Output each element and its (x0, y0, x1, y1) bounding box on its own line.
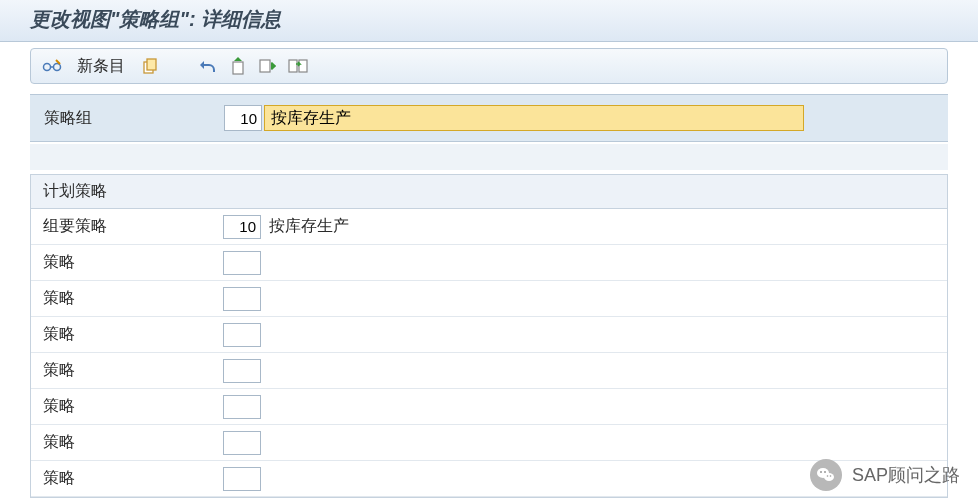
new-entry-button[interactable]: 新条目 (77, 56, 125, 77)
svg-rect-3 (147, 59, 156, 70)
svg-point-13 (830, 475, 832, 477)
wechat-icon (810, 459, 842, 491)
svg-point-1 (54, 64, 61, 71)
svg-point-11 (824, 471, 826, 473)
glasses-edit-icon[interactable] (41, 55, 63, 77)
strategy-group-label: 策略组 (44, 108, 224, 129)
row-label: 策略 (43, 288, 223, 309)
strategy-code-input[interactable] (223, 359, 261, 383)
row-label: 策略 (43, 468, 223, 489)
svg-rect-4 (233, 62, 243, 74)
table-row: 策略 (31, 353, 947, 389)
svg-rect-7 (299, 60, 307, 72)
strategy-code-input[interactable] (223, 323, 261, 347)
table-row: 策略 (31, 389, 947, 425)
strategy-code-input[interactable] (223, 395, 261, 419)
table-row: 策略 (31, 317, 947, 353)
svg-point-12 (827, 475, 829, 477)
header-row: 策略组 (30, 94, 948, 142)
svg-rect-6 (289, 60, 297, 72)
watermark-text: SAP顾问之路 (852, 463, 960, 487)
row-label: 策略 (43, 252, 223, 273)
strategy-desc: 按库存生产 (269, 216, 349, 237)
copy-icon[interactable] (139, 55, 161, 77)
strategy-code-input[interactable] (223, 467, 261, 491)
row-label: 组要策略 (43, 216, 223, 237)
table-row: 策略 (31, 245, 947, 281)
page-up-icon[interactable] (227, 55, 249, 77)
row-label: 策略 (43, 396, 223, 417)
title-bar: 更改视图"策略组": 详细信息 (0, 0, 978, 42)
strategy-code-input[interactable] (223, 287, 261, 311)
page-swap-icon[interactable] (287, 55, 309, 77)
table-row: 策略 (31, 425, 947, 461)
svg-point-0 (44, 64, 51, 71)
svg-rect-5 (260, 60, 270, 72)
svg-point-9 (824, 473, 834, 481)
undo-icon[interactable] (197, 55, 219, 77)
row-label: 策略 (43, 360, 223, 381)
spacer (30, 144, 948, 170)
table-row: 组要策略 按库存生产 (31, 209, 947, 245)
page-title: 更改视图"策略组": 详细信息 (30, 8, 281, 30)
strategy-code-input[interactable] (223, 431, 261, 455)
strategy-code-input[interactable] (223, 251, 261, 275)
svg-point-10 (820, 471, 822, 473)
page-right-icon[interactable] (257, 55, 279, 77)
strategy-code-input[interactable] (223, 215, 261, 239)
section-title: 计划策略 (31, 175, 947, 209)
watermark: SAP顾问之路 (810, 459, 960, 491)
table-row: 策略 (31, 281, 947, 317)
row-label: 策略 (43, 432, 223, 453)
row-label: 策略 (43, 324, 223, 345)
strategy-group-desc-input[interactable] (264, 105, 804, 131)
strategy-group-code-input[interactable] (224, 105, 262, 131)
toolbar: 新条目 (30, 48, 948, 84)
plan-strategy-section: 计划策略 组要策略 按库存生产 策略 策略 策略 策略 策略 策略 策略 (30, 174, 948, 498)
